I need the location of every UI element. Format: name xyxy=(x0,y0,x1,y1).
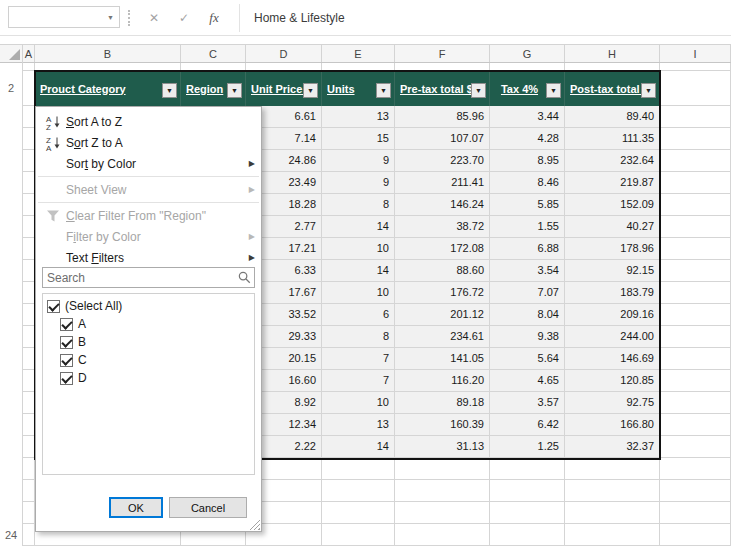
cell[interactable]: 4.65 xyxy=(490,370,565,392)
cell[interactable]: 209.16 xyxy=(565,304,660,326)
cell[interactable]: 7.07 xyxy=(490,282,565,304)
cell[interactable]: 9 xyxy=(322,150,395,172)
cell[interactable]: 9.38 xyxy=(490,326,565,348)
cell[interactable] xyxy=(23,216,35,238)
cell[interactable]: 8.46 xyxy=(490,172,565,194)
cell[interactable]: 14 xyxy=(322,436,395,458)
column-header-c[interactable]: C xyxy=(181,45,246,62)
cancel-entry-icon[interactable]: ✕ xyxy=(143,7,165,29)
cell[interactable] xyxy=(23,260,35,282)
menu-item-sort-a-to-z[interactable]: AZSort A to Z xyxy=(36,111,261,132)
insert-function-icon[interactable]: fx xyxy=(203,7,225,29)
cell[interactable]: 14 xyxy=(322,260,395,282)
cell[interactable] xyxy=(660,480,731,502)
checkbox-d[interactable] xyxy=(60,372,73,385)
cell[interactable] xyxy=(23,458,35,480)
cell[interactable]: 116.20 xyxy=(395,370,490,392)
cell[interactable] xyxy=(395,480,490,502)
cell[interactable]: 7 xyxy=(322,370,395,392)
cell[interactable] xyxy=(322,458,395,480)
cell[interactable] xyxy=(660,458,731,480)
cell[interactable] xyxy=(322,63,395,71)
cell[interactable] xyxy=(23,414,35,436)
filter-value-select-all[interactable]: (Select All) xyxy=(43,297,254,315)
cell[interactable] xyxy=(181,63,246,71)
cell[interactable] xyxy=(23,238,35,260)
filter-button-post-tax-total[interactable]: ▼ xyxy=(641,83,656,98)
filter-value-c[interactable]: C xyxy=(43,351,254,369)
cell[interactable]: 178.96 xyxy=(565,238,660,260)
column-header-g[interactable]: G xyxy=(490,45,565,62)
cell[interactable]: 183.79 xyxy=(565,282,660,304)
cell[interactable] xyxy=(322,524,395,546)
formula-bar-grip[interactable] xyxy=(128,10,130,26)
cell[interactable]: 8.04 xyxy=(490,304,565,326)
cell[interactable]: 10 xyxy=(322,392,395,414)
cell[interactable]: 201.12 xyxy=(395,304,490,326)
cell[interactable]: 6 xyxy=(322,304,395,326)
cell[interactable] xyxy=(23,502,35,524)
cell[interactable]: 4.28 xyxy=(490,128,565,150)
cell[interactable] xyxy=(23,282,35,304)
cell[interactable] xyxy=(395,524,490,546)
cell[interactable]: 234.61 xyxy=(395,326,490,348)
ok-button[interactable]: OK xyxy=(109,497,163,518)
cell[interactable] xyxy=(23,106,35,128)
cell[interactable]: 8.95 xyxy=(490,150,565,172)
cell[interactable] xyxy=(23,326,35,348)
cell[interactable] xyxy=(23,480,35,502)
column-header-f[interactable]: F xyxy=(395,45,490,62)
cell[interactable]: 7 xyxy=(322,348,395,370)
cell[interactable] xyxy=(23,436,35,458)
select-all-corner[interactable] xyxy=(0,45,23,62)
cell[interactable] xyxy=(23,524,35,546)
cell[interactable] xyxy=(490,63,565,71)
cell[interactable]: 219.87 xyxy=(565,172,660,194)
filter-value-a[interactable]: A xyxy=(43,315,254,333)
menu-item-text-filters[interactable]: Text Filters▶ xyxy=(36,247,261,268)
cell[interactable]: 13 xyxy=(322,106,395,128)
cell[interactable]: 1.55 xyxy=(490,216,565,238)
column-header-i[interactable]: I xyxy=(660,45,731,62)
cell[interactable] xyxy=(490,480,565,502)
cell[interactable]: 6.42 xyxy=(490,414,565,436)
enter-entry-icon[interactable]: ✓ xyxy=(173,7,195,29)
cell[interactable] xyxy=(23,71,35,106)
search-input[interactable] xyxy=(43,271,234,285)
cell[interactable] xyxy=(660,150,731,172)
cell[interactable]: 8 xyxy=(322,194,395,216)
menu-item-sort-z-to-a[interactable]: ZASort Z to A xyxy=(36,132,261,153)
cell[interactable] xyxy=(565,524,660,546)
cell[interactable] xyxy=(395,458,490,480)
cell[interactable] xyxy=(660,304,731,326)
cell[interactable]: 10 xyxy=(322,282,395,304)
cell[interactable] xyxy=(660,63,731,71)
cell[interactable] xyxy=(23,194,35,216)
cell[interactable] xyxy=(660,370,731,392)
cell[interactable]: 92.75 xyxy=(565,392,660,414)
cell[interactable]: 85.96 xyxy=(395,106,490,128)
cell[interactable]: 5.64 xyxy=(490,348,565,370)
formula-input[interactable]: Home & Lifestyle xyxy=(254,0,345,36)
name-box[interactable]: ▼ xyxy=(8,6,120,28)
cell[interactable]: 15 xyxy=(322,128,395,150)
cell[interactable] xyxy=(565,458,660,480)
cell[interactable] xyxy=(395,502,490,524)
cell[interactable]: 120.85 xyxy=(565,370,660,392)
cell[interactable] xyxy=(660,436,731,458)
checkbox-c[interactable] xyxy=(60,354,73,367)
cell[interactable] xyxy=(660,106,731,128)
cell[interactable]: 9 xyxy=(322,172,395,194)
cell[interactable] xyxy=(660,260,731,282)
cell[interactable] xyxy=(322,480,395,502)
cell[interactable] xyxy=(35,63,181,71)
cell[interactable]: 172.08 xyxy=(395,238,490,260)
cell[interactable] xyxy=(565,502,660,524)
cell[interactable] xyxy=(660,194,731,216)
cell[interactable] xyxy=(660,71,731,106)
filter-button-prouct-category[interactable]: ▼ xyxy=(162,83,177,98)
cell[interactable] xyxy=(23,150,35,172)
checkbox-select-all[interactable] xyxy=(47,300,60,313)
cell[interactable] xyxy=(23,172,35,194)
filter-button-unit-price[interactable]: ▼ xyxy=(303,83,318,98)
